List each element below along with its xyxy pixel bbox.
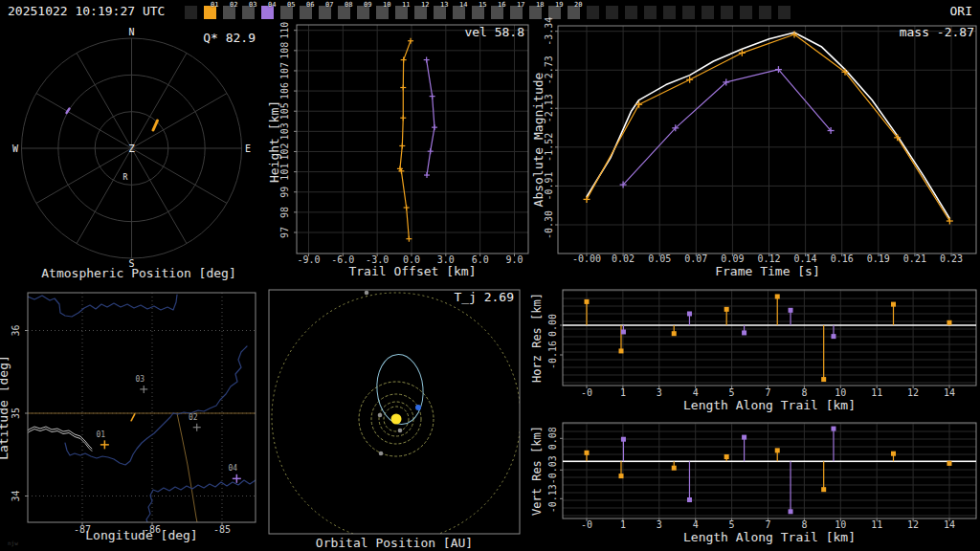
svg-text:0.12: 0.12 — [757, 253, 780, 264]
svg-text:02: 02 — [189, 413, 198, 422]
orbit-drawing — [272, 291, 521, 541]
svg-text:5: 5 — [729, 519, 735, 530]
station-slot-09[interactable]: 09 — [357, 3, 376, 20]
station-slot-20[interactable]: 20 — [568, 3, 587, 20]
station-slot-10[interactable]: 10 — [376, 3, 395, 20]
watermark-text: njw — [8, 540, 18, 547]
station-slot-12[interactable]: 12 — [414, 3, 434, 20]
svg-text:01: 01 — [97, 430, 106, 439]
svg-text:12: 12 — [907, 387, 919, 398]
slot-label: 02 — [230, 1, 237, 9]
svg-text:110: 110 — [279, 22, 290, 39]
station-slot-14[interactable]: 14 — [453, 3, 472, 20]
svg-text:5: 5 — [729, 387, 735, 398]
svg-text:8: 8 — [801, 519, 807, 530]
station-slot-13[interactable]: 13 — [434, 3, 453, 20]
station-slot-15[interactable]: 15 — [472, 3, 491, 20]
svg-text:0.08: 0.08 — [547, 427, 558, 450]
tisserand-annotation: T_j 2.69 — [454, 290, 514, 304]
station-slot-empty[interactable] — [740, 3, 759, 20]
slot-square — [778, 6, 791, 19]
svg-text:98: 98 — [279, 207, 290, 218]
svg-text:1: 1 — [620, 519, 626, 530]
slot-square — [702, 6, 714, 19]
station-slot-07[interactable]: 07 — [319, 3, 338, 20]
svg-text:35: 35 — [11, 408, 21, 419]
svg-text:11: 11 — [871, 519, 882, 530]
station-slot-empty[interactable] — [682, 3, 702, 20]
station-slot-empty[interactable] — [702, 3, 721, 20]
cardinal-north-label: N — [128, 27, 134, 37]
svg-text:12: 12 — [907, 519, 919, 530]
station-slot-empty[interactable] — [663, 3, 682, 20]
station-slot-empty[interactable] — [721, 3, 740, 20]
svg-text:11: 11 — [871, 387, 882, 398]
svg-text:14: 14 — [944, 519, 955, 530]
svg-text:1: 1 — [620, 387, 626, 398]
sun-dot — [391, 414, 402, 425]
series-station-04 — [424, 57, 437, 178]
station-slot-16[interactable]: 16 — [491, 3, 510, 20]
svg-text:97: 97 — [279, 227, 290, 238]
slot-label: 17 — [517, 1, 524, 9]
orbit-panel: T_j 2.69 Orbital Position [AU] — [268, 283, 531, 551]
station-slot-empty[interactable] — [644, 3, 663, 20]
slot-label: 09 — [364, 1, 371, 9]
ground-map-panel: -87-86-8536353401020304 Longitude [deg] … — [0, 283, 268, 551]
station-slot-06[interactable]: 06 — [300, 3, 319, 20]
series-station-04 — [620, 66, 835, 187]
svg-text:0.00: 0.00 — [547, 314, 558, 337]
vert-res-panel: -0134578101112140.08-0.03-0.13 Length Al… — [531, 417, 980, 551]
svg-text:8: 8 — [801, 387, 807, 398]
station-slot-11[interactable]: 11 — [395, 3, 414, 20]
svg-text:3: 3 — [657, 387, 662, 398]
slot-square — [625, 6, 637, 19]
trail-offset-panel: -9.0-6.0-3.00.03.06.09.01101081071061051… — [273, 19, 531, 287]
station-slot-05[interactable]: 05 — [280, 3, 300, 20]
slot-label: 19 — [555, 1, 563, 9]
trail-ylabel: Height [km] — [267, 100, 281, 183]
station-slot-empty[interactable] — [606, 3, 625, 20]
svg-text:106: 106 — [279, 82, 290, 99]
station-slot-02[interactable]: 02 — [223, 3, 242, 20]
station-slot-empty[interactable] — [185, 3, 204, 20]
svg-text:108: 108 — [279, 42, 290, 59]
radiant-label: R — [123, 173, 128, 182]
svg-text:0.09: 0.09 — [721, 253, 744, 264]
svg-text:-9.0: -9.0 — [297, 254, 320, 265]
trail-xlabel: Trail Offset [km] — [348, 264, 476, 278]
slot-label: 04 — [268, 1, 276, 9]
station-slot-04[interactable]: 04 — [261, 3, 280, 20]
svg-text:-0.30: -0.30 — [544, 210, 554, 239]
slot-square — [682, 6, 695, 19]
slot-square — [721, 6, 733, 19]
slot-square — [740, 6, 752, 19]
station-slot-03[interactable]: 03 — [242, 3, 261, 20]
orbit-title: Orbital Position [AU] — [316, 536, 473, 550]
station-slot-17[interactable]: 17 — [510, 3, 529, 20]
station-slot-empty[interactable] — [625, 3, 644, 20]
atmospheric-position-panel: Q* 82.9 N E S W Z R Atmospheric Position… — [0, 19, 273, 287]
svg-text:7: 7 — [765, 519, 770, 530]
slot-label: 01 — [211, 1, 218, 9]
station-slot-empty[interactable] — [587, 3, 606, 20]
slot-square — [759, 6, 771, 19]
slot-square — [606, 6, 618, 19]
station-slot-08[interactable]: 08 — [338, 3, 357, 20]
app-window: 20251022 10:19:27 UTC 010203040506070809… — [0, 0, 980, 551]
slot-label: 03 — [249, 1, 256, 9]
svg-text:107: 107 — [279, 62, 290, 79]
station-slot-empty[interactable] — [778, 3, 797, 20]
horz-res-ylabel: Horz Res [km] — [530, 293, 544, 383]
map-xlabel: Longitude [deg] — [85, 528, 197, 542]
svg-text:-0: -0 — [581, 387, 592, 398]
slot-label: 07 — [325, 1, 333, 9]
station-slot-empty[interactable] — [759, 3, 778, 20]
svg-text:-85: -85 — [213, 524, 231, 535]
orbit-plot-area — [269, 290, 521, 541]
svg-text:14: 14 — [944, 387, 955, 398]
slot-label: 13 — [440, 1, 448, 9]
vert-res-ylabel: Vert Res [km] — [530, 426, 544, 516]
mass-annotation: mass -2.87 — [900, 25, 974, 39]
station-slot-01[interactable]: 01 — [204, 3, 223, 20]
